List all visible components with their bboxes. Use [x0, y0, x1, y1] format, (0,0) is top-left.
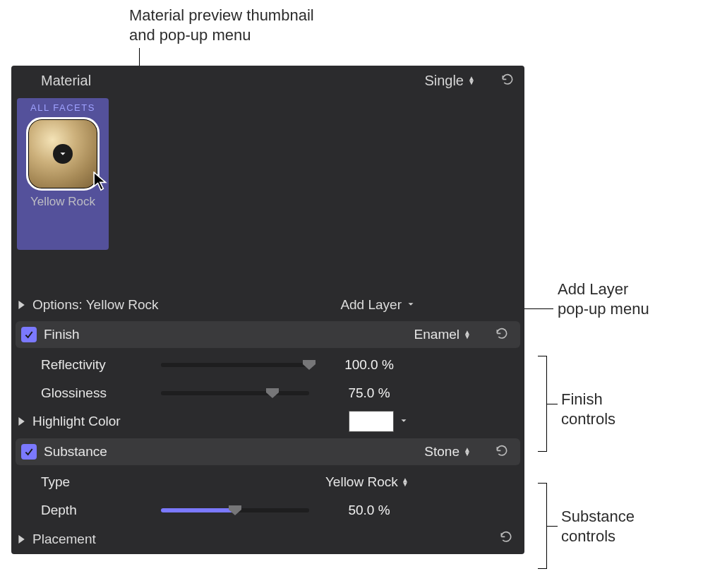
substance-type-value-text: Yellow Rock: [325, 474, 398, 489]
glossiness-value[interactable]: 75.0 %: [323, 385, 415, 401]
bracket-substance: [538, 483, 547, 569]
substance-type-value: Stone: [424, 444, 459, 460]
updown-icon: [464, 448, 471, 456]
reflectivity-label: Reflectivity: [41, 357, 161, 373]
callout-add-layer: Add Layer pop-up menu: [558, 280, 649, 318]
slider-thumb-icon: [266, 388, 279, 398]
material-inspector-panel: Material Single ALL FACETS Yellow Rock: [11, 66, 524, 554]
add-layer-popup[interactable]: Add Layer: [340, 297, 416, 313]
substance-type-popup[interactable]: Stone: [424, 444, 471, 460]
highlight-color-popup[interactable]: [399, 414, 409, 429]
options-disclosure[interactable]: [17, 297, 32, 313]
callout-substance-controls: Substance controls: [561, 507, 635, 546]
options-label: Options: Yellow Rock: [32, 297, 159, 313]
bracket-finish: [538, 356, 547, 452]
material-preview-thumbnail[interactable]: [26, 117, 100, 191]
material-tile-area: ALL FACETS Yellow Rock: [11, 95, 524, 292]
material-mode-label: Single: [424, 73, 464, 89]
glossiness-label: Glossiness: [41, 385, 161, 401]
add-layer-label: Add Layer: [340, 297, 402, 313]
panel-title: Material: [41, 73, 91, 89]
substance-label: Substance: [44, 444, 107, 460]
finish-label: Finish: [44, 327, 80, 342]
depth-value[interactable]: 50.0 %: [323, 503, 415, 518]
options-row: Options: Yellow Rock Add Layer: [11, 292, 524, 318]
reflectivity-row: Reflectivity 100.0 %: [11, 351, 524, 379]
substance-group-header: Substance Stone: [16, 438, 520, 465]
slider-thumb-icon: [229, 505, 241, 515]
slider-thumb-icon: [303, 360, 316, 370]
highlight-disclosure[interactable]: [17, 414, 32, 429]
substance-enable-checkbox[interactable]: [21, 444, 37, 460]
material-mode-popup[interactable]: Single: [424, 73, 475, 89]
mouse-cursor-icon: [93, 172, 109, 190]
highlight-color-label: Highlight Color: [32, 414, 152, 429]
placement-row: Placement: [11, 524, 524, 554]
reflectivity-slider[interactable]: [161, 363, 309, 367]
material-name: Yellow Rock: [21, 195, 104, 209]
finish-type-value: Enamel: [414, 327, 459, 342]
callout-finish-controls: Finish controls: [561, 390, 615, 428]
substance-reset-button[interactable]: [495, 445, 510, 459]
placement-reset-button[interactable]: [499, 531, 515, 548]
placement-label: Placement: [32, 532, 96, 547]
glossiness-row: Glossiness 75.0 %: [11, 379, 524, 407]
reflectivity-value[interactable]: 100.0 %: [323, 357, 415, 373]
finish-reset-button[interactable]: [495, 328, 510, 342]
placement-disclosure[interactable]: [17, 532, 32, 547]
facets-label: ALL FACETS: [21, 102, 104, 113]
chevron-down-icon: [406, 297, 416, 313]
substance-type-row: Type Yellow Rock: [11, 468, 524, 496]
reset-button[interactable]: [500, 73, 515, 88]
depth-slider[interactable]: [161, 508, 309, 512]
callout-thumbnail: Material preview thumbnail and pop-up me…: [129, 6, 314, 44]
finish-group-header: Finish Enamel: [16, 321, 520, 348]
finish-type-popup[interactable]: Enamel: [414, 327, 471, 342]
panel-header: Material Single: [11, 66, 524, 95]
updown-icon: [464, 330, 471, 339]
depth-row: Depth 50.0 %: [11, 496, 524, 524]
updown-icon: [402, 478, 409, 486]
depth-label: Depth: [41, 503, 161, 518]
highlight-color-row: Highlight Color: [11, 407, 524, 436]
updown-icon: [468, 76, 475, 85]
highlight-color-well[interactable]: [349, 412, 393, 431]
finish-enable-checkbox[interactable]: [21, 327, 37, 342]
substance-type-value-popup[interactable]: Yellow Rock: [325, 474, 409, 490]
chevron-down-icon: [58, 149, 68, 159]
material-popup-chevron[interactable]: [53, 144, 73, 164]
type-label: Type: [41, 474, 161, 490]
glossiness-slider[interactable]: [161, 391, 309, 395]
